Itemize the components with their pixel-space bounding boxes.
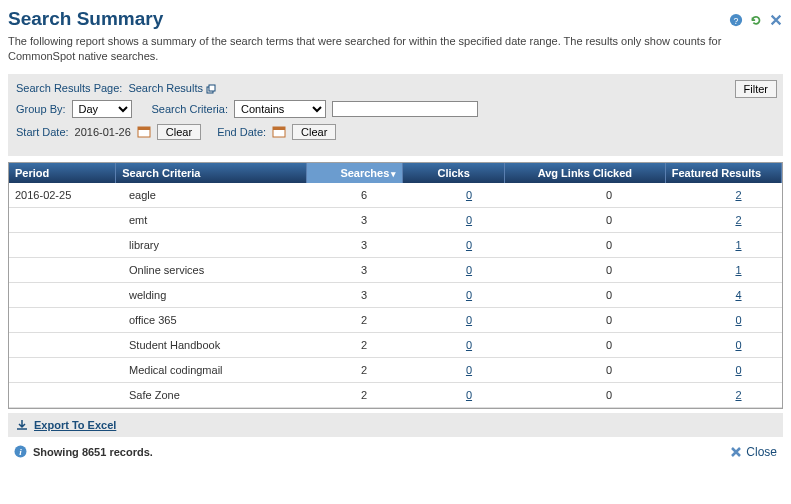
description-text: The following report shows a summary of … — [8, 34, 783, 64]
cell-searches: 3 — [313, 283, 415, 307]
cell-clicks: 0 — [415, 233, 523, 257]
clicks-link[interactable]: 0 — [466, 214, 472, 226]
cell-clicks: 0 — [415, 358, 523, 382]
table-row: office 3652000 — [9, 308, 782, 333]
criteria-text-input[interactable] — [332, 101, 478, 117]
cell-searches: 3 — [313, 208, 415, 232]
cell-clicks: 0 — [415, 258, 523, 282]
col-header-criteria[interactable]: Search Criteria — [116, 163, 307, 183]
cell-clicks: 0 — [415, 183, 523, 207]
close-x-icon — [730, 446, 742, 458]
col-header-clicks[interactable]: Clicks — [403, 163, 505, 183]
cell-clicks: 0 — [415, 308, 523, 332]
cell-period — [9, 333, 123, 357]
clicks-link[interactable]: 0 — [466, 289, 472, 301]
cell-period — [9, 383, 123, 407]
svg-rect-3 — [209, 85, 215, 91]
start-date-value: 2016-01-26 — [75, 126, 131, 138]
close-icon[interactable] — [769, 13, 783, 27]
table-row: Online services3001 — [9, 258, 782, 283]
results-page-value: Search Results — [128, 82, 203, 94]
cell-featured: 2 — [695, 208, 782, 232]
featured-link[interactable]: 2 — [735, 214, 741, 226]
calendar-icon[interactable] — [137, 125, 151, 138]
cell-criteria: welding — [123, 283, 313, 307]
cell-avg: 0 — [523, 183, 695, 207]
cell-avg: 0 — [523, 233, 695, 257]
col-header-searches-label: Searches — [340, 167, 389, 179]
featured-link[interactable]: 0 — [735, 364, 741, 376]
cell-featured: 0 — [695, 308, 782, 332]
export-to-excel-link[interactable]: Export To Excel — [34, 419, 116, 431]
featured-link[interactable]: 0 — [735, 314, 741, 326]
start-date-clear-button[interactable]: Clear — [157, 124, 201, 140]
cell-avg: 0 — [523, 283, 695, 307]
cell-featured: 1 — [695, 258, 782, 282]
featured-link[interactable]: 0 — [735, 339, 741, 351]
close-button[interactable]: Close — [730, 445, 777, 459]
close-label: Close — [746, 445, 777, 459]
cell-criteria: emt — [123, 208, 313, 232]
cell-avg: 0 — [523, 333, 695, 357]
end-date-clear-button[interactable]: Clear — [292, 124, 336, 140]
cell-searches: 2 — [313, 383, 415, 407]
featured-link[interactable]: 2 — [735, 389, 741, 401]
cell-criteria: office 365 — [123, 308, 313, 332]
col-header-period[interactable]: Period — [9, 163, 116, 183]
clicks-link[interactable]: 0 — [466, 314, 472, 326]
col-header-avg[interactable]: Avg Links Clicked — [505, 163, 666, 183]
header-icon-group: ? — [729, 13, 783, 27]
cell-featured: 4 — [695, 283, 782, 307]
featured-link[interactable]: 4 — [735, 289, 741, 301]
cell-clicks: 0 — [415, 283, 523, 307]
cell-featured: 0 — [695, 358, 782, 382]
featured-link[interactable]: 1 — [735, 239, 741, 251]
clicks-link[interactable]: 0 — [466, 189, 472, 201]
clicks-link[interactable]: 0 — [466, 239, 472, 251]
featured-link[interactable]: 2 — [735, 189, 741, 201]
results-page-label: Search Results Page: — [16, 82, 122, 94]
featured-link[interactable]: 1 — [735, 264, 741, 276]
sort-desc-icon: ▾ — [391, 169, 396, 179]
cell-clicks: 0 — [415, 383, 523, 407]
table-row: Student Handbook2000 — [9, 333, 782, 358]
end-date-label: End Date: — [217, 126, 266, 138]
cell-searches: 2 — [313, 333, 415, 357]
table-row: emt3002 — [9, 208, 782, 233]
criteria-label: Search Criteria: — [152, 103, 228, 115]
cell-criteria: eagle — [123, 183, 313, 207]
table-row: library3001 — [9, 233, 782, 258]
export-icon — [16, 419, 28, 431]
group-by-select[interactable]: Day — [72, 100, 132, 118]
col-header-searches[interactable]: Searches▾ — [307, 163, 403, 183]
clicks-link[interactable]: 0 — [466, 364, 472, 376]
cell-avg: 0 — [523, 358, 695, 382]
cell-featured: 1 — [695, 233, 782, 257]
popout-icon — [206, 84, 216, 94]
status-text: Showing 8651 records. — [33, 446, 153, 458]
svg-text:?: ? — [734, 16, 739, 26]
cell-period — [9, 283, 123, 307]
svg-rect-7 — [273, 127, 285, 130]
table-body[interactable]: 2016-02-25eagle6002emt3002library3001Onl… — [9, 183, 782, 408]
filter-button[interactable]: Filter — [735, 80, 777, 98]
calendar-icon[interactable] — [272, 125, 286, 138]
criteria-mode-select[interactable]: Contains — [234, 100, 326, 118]
filter-panel: Filter Search Results Page: Search Resul… — [8, 74, 783, 156]
clicks-link[interactable]: 0 — [466, 389, 472, 401]
clicks-link[interactable]: 0 — [466, 264, 472, 276]
clicks-link[interactable]: 0 — [466, 339, 472, 351]
table-row: welding3004 — [9, 283, 782, 308]
cell-avg: 0 — [523, 208, 695, 232]
cell-criteria: Safe Zone — [123, 383, 313, 407]
cell-searches: 3 — [313, 258, 415, 282]
col-header-featured[interactable]: Featured Results — [666, 163, 782, 183]
group-by-label: Group By: — [16, 103, 66, 115]
cell-avg: 0 — [523, 308, 695, 332]
cell-criteria: library — [123, 233, 313, 257]
refresh-icon[interactable] — [749, 13, 763, 27]
page-title: Search Summary — [8, 8, 163, 30]
results-page-link[interactable]: Search Results — [128, 82, 216, 94]
help-icon[interactable]: ? — [729, 13, 743, 27]
table-row: Medical codingmail2000 — [9, 358, 782, 383]
